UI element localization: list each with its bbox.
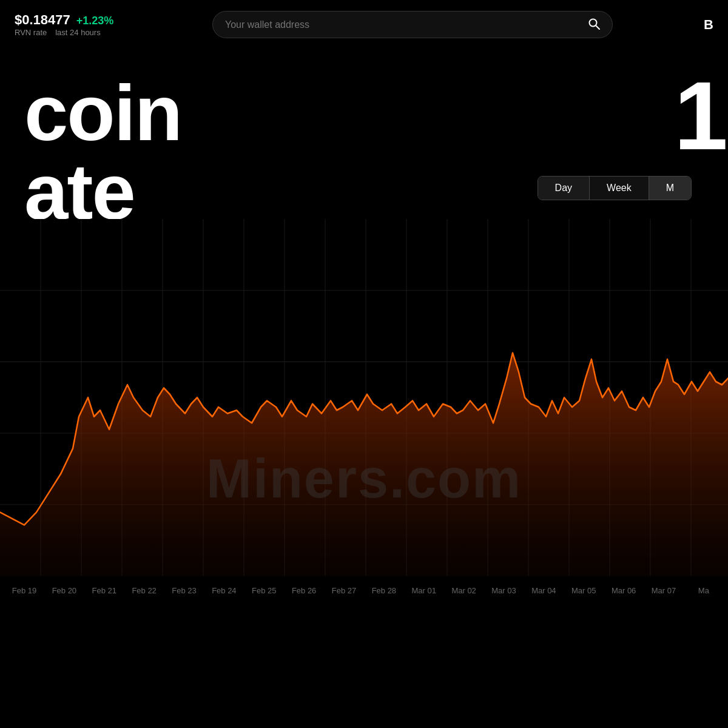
x-label: Feb 28 — [366, 586, 402, 595]
x-label: Mar 06 — [605, 586, 642, 595]
x-label: Feb 24 — [206, 586, 242, 595]
price-change: +1.23% — [76, 15, 114, 27]
x-label: Feb 20 — [46, 586, 83, 595]
brand-area: $0.18477 +1.23% RVN rate last 24 hours — [15, 12, 148, 37]
time-btn-month[interactable]: M — [649, 177, 691, 200]
search-button[interactable] — [588, 18, 600, 32]
search-wrapper — [212, 11, 613, 38]
wallet-address-input[interactable] — [225, 19, 582, 30]
x-label: Feb 23 — [166, 586, 203, 595]
x-label: Mar 05 — [565, 586, 602, 595]
x-label: Feb 21 — [86, 586, 123, 595]
price-value: $0.18477 — [15, 12, 70, 28]
chart-container — [0, 219, 728, 595]
x-label: Feb 25 — [246, 586, 282, 595]
header: $0.18477 +1.23% RVN rate last 24 hours B — [0, 0, 728, 49]
hero-value: 1 — [674, 67, 728, 164]
x-label: Ma — [686, 586, 722, 595]
x-label: Mar 04 — [525, 586, 562, 595]
nav-letter: B — [704, 17, 713, 33]
time-controls: Day Week M — [538, 176, 692, 200]
x-label: Mar 07 — [645, 586, 682, 595]
x-label: Feb 27 — [326, 586, 362, 595]
x-label: Mar 03 — [486, 586, 522, 595]
x-label: Feb 22 — [126, 586, 163, 595]
nav-area: B — [677, 17, 713, 33]
time-btn-week[interactable]: Week — [590, 177, 649, 200]
chart-section: Miners.com — [0, 219, 728, 595]
svg-line-1 — [596, 25, 599, 29]
search-icon — [588, 18, 600, 30]
chart-svg — [0, 219, 728, 595]
x-label: Feb 26 — [286, 586, 322, 595]
rate-label: RVN rate — [15, 28, 47, 37]
x-axis-labels: Feb 19 Feb 20 Feb 21 Feb 22 Feb 23 Feb 2… — [0, 577, 728, 595]
x-label: Feb 19 — [6, 586, 42, 595]
time-btn-day[interactable]: Day — [538, 177, 590, 200]
hero-title-line1: coin — [24, 73, 728, 152]
period-label: last 24 hours — [55, 28, 100, 37]
x-label: Mar 02 — [446, 586, 482, 595]
x-label: Mar 01 — [406, 586, 442, 595]
search-bar — [212, 11, 613, 38]
